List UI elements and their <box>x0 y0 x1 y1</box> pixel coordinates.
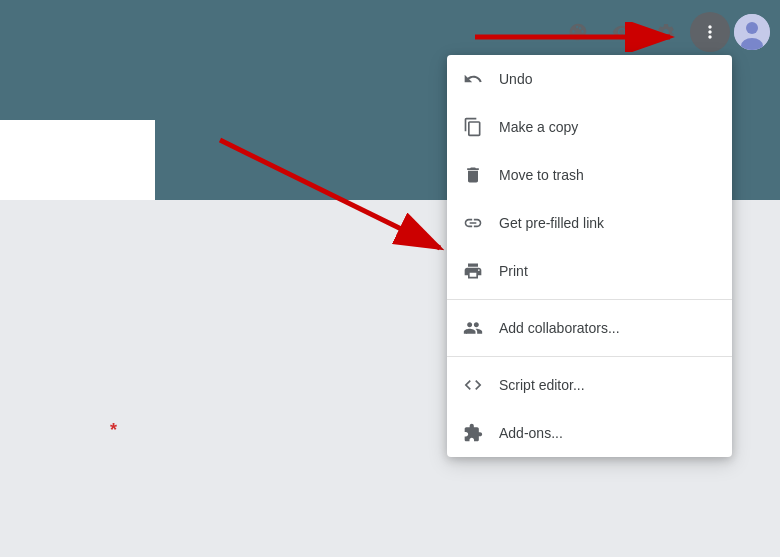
menu-item-script-editor-label: Script editor... <box>499 377 585 393</box>
code-icon <box>463 375 483 395</box>
svg-text:+: + <box>464 327 469 337</box>
menu-item-script-editor[interactable]: Script editor... <box>447 361 732 409</box>
palette-icon[interactable] <box>558 12 598 52</box>
menu-item-undo-label: Undo <box>499 71 532 87</box>
puzzle-icon <box>463 423 483 443</box>
menu-item-addons[interactable]: Add-ons... <box>447 409 732 457</box>
menu-item-make-copy-label: Make a copy <box>499 119 578 135</box>
print-icon <box>463 261 483 281</box>
more-options-icon[interactable] <box>690 12 730 52</box>
settings-icon[interactable] <box>646 12 686 52</box>
divider-2 <box>447 356 732 357</box>
divider-1 <box>447 299 732 300</box>
link-icon <box>463 213 483 233</box>
menu-item-prefilled-link[interactable]: Get pre-filled link <box>447 199 732 247</box>
context-menu: Undo Make a copy Move to trash Get pre-f… <box>447 55 732 457</box>
people-icon: + <box>463 318 483 338</box>
undo-icon <box>463 69 483 89</box>
eye-icon[interactable] <box>602 12 642 52</box>
trash-icon <box>463 165 483 185</box>
menu-item-prefilled-link-label: Get pre-filled link <box>499 215 604 231</box>
white-panel <box>0 120 155 200</box>
menu-item-add-collaborators-label: Add collaborators... <box>499 320 620 336</box>
asterisk: * <box>110 420 117 441</box>
menu-item-add-collaborators[interactable]: + Add collaborators... <box>447 304 732 352</box>
menu-item-make-copy[interactable]: Make a copy <box>447 103 732 151</box>
menu-item-undo[interactable]: Undo <box>447 55 732 103</box>
copy-icon <box>463 117 483 137</box>
menu-item-trash[interactable]: Move to trash <box>447 151 732 199</box>
menu-item-print-label: Print <box>499 263 528 279</box>
svg-point-1 <box>746 22 758 34</box>
avatar[interactable] <box>734 14 770 50</box>
menu-item-trash-label: Move to trash <box>499 167 584 183</box>
menu-item-addons-label: Add-ons... <box>499 425 563 441</box>
menu-item-print[interactable]: Print <box>447 247 732 295</box>
